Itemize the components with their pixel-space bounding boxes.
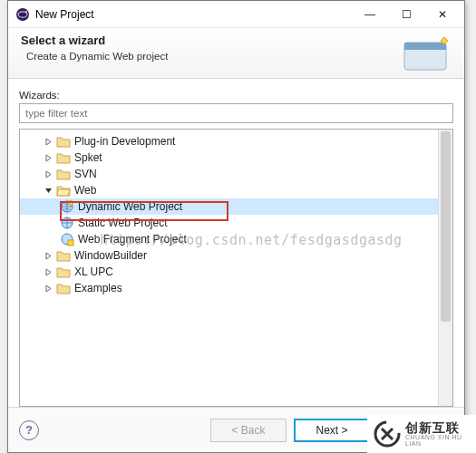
tree-item-label: Examples [74,282,122,294]
folder-icon [56,135,71,148]
logo-overlay: 创新互联 CHUANG XIN HU LIAN [367,415,476,453]
logo-text-en: CHUANG XIN HU LIAN [405,434,476,447]
back-button[interactable]: < Back [210,419,287,442]
expand-icon[interactable] [42,282,54,294]
web-fragment-icon [60,232,74,246]
tree-item-label: XL UPC [74,265,113,278]
svg-point-2 [25,10,27,12]
wizards-label: Wizards: [19,90,453,101]
banner-heading: Select a wizard [21,34,401,47]
window-title: New Project [35,8,352,21]
tree-item-label: Plug-in Development [74,135,175,148]
logo-icon [373,419,402,448]
tree-item-dynamic-web-project[interactable]: Dynamic Web Project [20,198,438,215]
expand-icon[interactable] [42,249,54,262]
logo-text-cn: 创新互联 [405,421,476,434]
tree-item-examples[interactable]: Examples [20,280,438,296]
tree-item-web[interactable]: Web [20,182,438,198]
window-controls: — ☐ ✕ [352,2,461,27]
expand-icon[interactable] [42,151,54,164]
wizard-banner-icon [401,34,452,75]
minimize-button[interactable]: — [352,2,388,27]
vertical-scrollbar[interactable] [438,130,452,406]
close-button[interactable]: ✕ [424,2,461,27]
banner-description: Create a Dynamic Web project [26,51,401,62]
tree-item-windowbuilder[interactable]: WindowBuilder [20,247,438,264]
folder-icon [56,151,71,164]
collapse-icon[interactable] [42,184,54,197]
expand-icon[interactable] [42,265,54,278]
svg-rect-10 [68,240,73,246]
tree-item-label: Static Web Project [78,217,167,229]
tree-item-xl-upc[interactable]: XL UPC [20,264,438,280]
tree-item-plugin-dev[interactable]: Plug-in Development [20,133,438,149]
tree-item-svn[interactable]: SVN [20,166,438,182]
expand-icon[interactable] [42,135,54,148]
tree-item-static-web-project[interactable]: Static Web Project [20,215,438,231]
tree-item-label: WindowBuilder [74,249,147,262]
wizard-tree-container: Plug-in Development Spket SVN Web [19,129,453,407]
svg-point-7 [69,201,73,206]
dynamic-web-icon [60,199,74,214]
wizard-banner: Select a wizard Create a Dynamic Web pro… [8,28,464,79]
wizard-tree[interactable]: Plug-in Development Spket SVN Web [20,130,438,406]
content-area: Wizards: Plug-in Development Spket SVN [8,79,464,407]
tree-item-spket[interactable]: Spket [20,149,438,166]
folder-icon [56,265,71,278]
tree-item-label: SVN [74,168,97,180]
titlebar[interactable]: New Project — ☐ ✕ [8,1,464,28]
expand-icon[interactable] [42,168,54,180]
scrollbar-thumb[interactable] [441,131,451,322]
static-web-icon [60,216,74,230]
eclipse-icon [15,7,30,22]
svg-rect-4 [404,43,446,50]
folder-icon [56,168,71,180]
tree-item-web-fragment-project[interactable]: Web Fragment Project [20,231,438,247]
folder-icon [56,249,71,262]
tree-item-label: Spket [74,151,102,164]
tree-item-label: Dynamic Web Project [78,200,182,213]
next-button[interactable]: Next > [294,419,370,442]
folder-icon [56,282,71,294]
new-project-dialog: New Project — ☐ ✕ Select a wizard Create… [7,0,465,453]
help-button[interactable]: ? [19,420,39,440]
tree-item-label: Web [74,184,96,197]
maximize-button[interactable]: ☐ [388,2,424,27]
tree-item-label: Web Fragment Project [78,233,187,246]
filter-input[interactable] [19,103,453,123]
folder-open-icon [56,184,71,197]
